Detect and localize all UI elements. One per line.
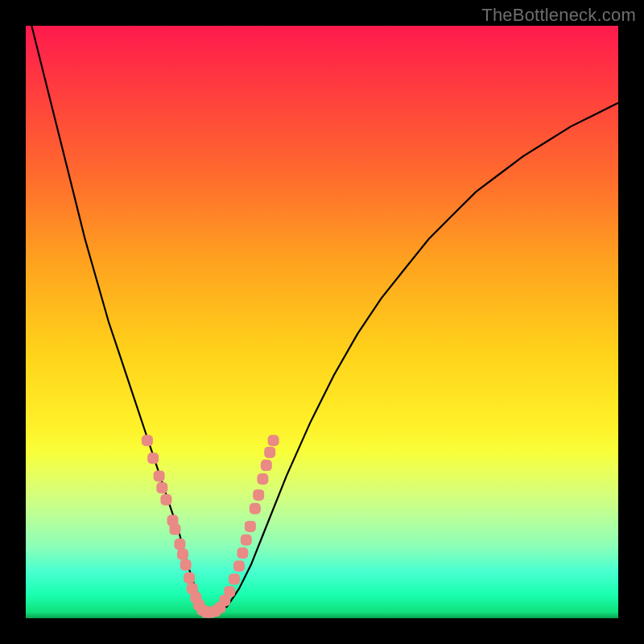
marker-dot bbox=[180, 559, 192, 571]
bottleneck-curve bbox=[26, 2, 618, 613]
marker-dot bbox=[261, 460, 272, 471]
marker-dot bbox=[241, 535, 252, 546]
marker-dot bbox=[170, 524, 181, 535]
marker-dot bbox=[257, 473, 268, 485]
marker-dot bbox=[250, 503, 261, 514]
curve-markers bbox=[142, 435, 279, 617]
marker-dot bbox=[174, 539, 185, 550]
marker-dot bbox=[177, 549, 188, 560]
marker-dot bbox=[264, 447, 275, 458]
marker-dot bbox=[268, 435, 279, 446]
marker-dot bbox=[147, 452, 159, 464]
marker-dot bbox=[154, 470, 165, 481]
marker-dot bbox=[224, 586, 235, 597]
watermark-text: TheBottleneck.com bbox=[481, 5, 636, 26]
marker-dot bbox=[184, 572, 195, 584]
marker-dot bbox=[156, 482, 167, 493]
chart-frame: TheBottleneck.com bbox=[0, 0, 644, 644]
chart-svg bbox=[26, 26, 618, 618]
marker-dot bbox=[142, 435, 153, 446]
marker-dot bbox=[160, 494, 171, 506]
marker-dot bbox=[245, 521, 256, 532]
marker-dot bbox=[233, 560, 245, 572]
marker-dot bbox=[229, 573, 240, 584]
marker-dot bbox=[237, 547, 248, 559]
marker-dot bbox=[253, 489, 264, 501]
